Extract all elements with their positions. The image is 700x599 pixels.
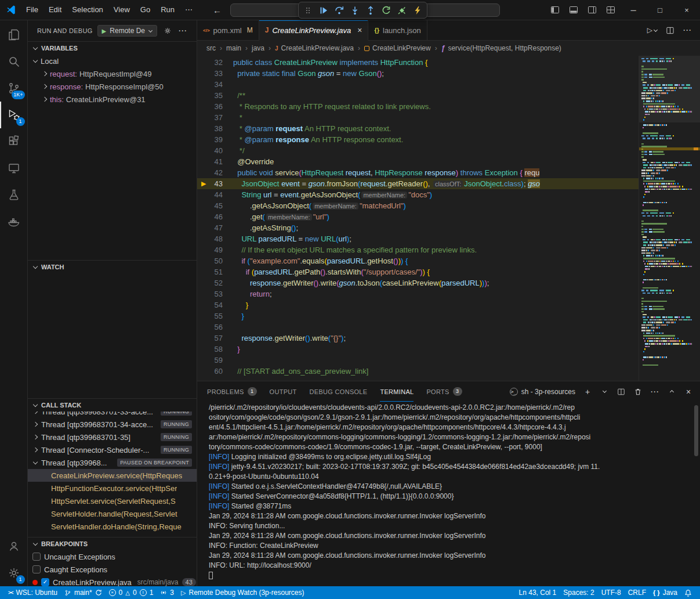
panel-tab-ports[interactable]: PORTS3 <box>426 381 462 402</box>
stack-frame-row[interactable]: ScopedHandler.handle(String,Requ <box>28 533 197 537</box>
stack-frame-row[interactable]: HttpServlet.service(ServletRequest,S <box>28 495 197 507</box>
terminal-instance[interactable]: >_ sh - 3p-resources <box>510 388 575 396</box>
debug-disconnect-button[interactable] <box>397 5 407 16</box>
stack-frame-row[interactable]: CreateLinkPreview.service(HttpReques <box>28 469 197 482</box>
launch-config-dropdown[interactable]: ▶ Remote De <box>97 25 157 37</box>
menu-item[interactable]: Run <box>155 2 180 17</box>
thread-row[interactable]: Thread [qtp39968...PAUSED ON BREAKPOINT <box>28 456 197 469</box>
maximize-panel-icon[interactable] <box>667 387 676 396</box>
code-line[interactable]: 42 public void service(HttpRequest reque… <box>197 167 639 178</box>
thread-row[interactable]: Thread [qtp399683701-34-acce...RUNNING <box>28 418 197 431</box>
menu-item[interactable]: Edit <box>43 2 67 17</box>
thread-row[interactable]: Thread [Connector-Scheduler-...RUNNING <box>28 443 197 456</box>
code-line[interactable]: 60 // [START add_ons_case_preview_link] <box>197 366 639 377</box>
extensions-icon[interactable] <box>0 128 28 155</box>
back-arrow-icon[interactable]: ← <box>213 5 222 15</box>
indentation-indicator[interactable]: Spaces: 2 <box>560 586 597 599</box>
new-terminal-icon[interactable]: + <box>583 387 592 396</box>
hot-code-replace-button[interactable] <box>412 5 423 16</box>
debug-step-into-button[interactable] <box>350 5 360 16</box>
code-line[interactable]: 38 * @param request An HTTP request cont… <box>197 123 639 134</box>
tab-launch-json[interactable]: {}launch.json <box>368 20 427 41</box>
breadcrumb-item[interactable]: src <box>206 44 216 52</box>
breadcrumb-item[interactable]: ƒservice(HttpRequest, HttpResponse) <box>441 44 561 52</box>
problems-indicator[interactable]: × 0 △ 0 i 1 <box>106 586 157 599</box>
breakpoint-row[interactable]: Uncaught Exceptions <box>28 550 197 563</box>
code-line[interactable]: 49 // If the event object URL matches a … <box>197 244 639 255</box>
code-line[interactable]: 46 .get(memberName:"url") <box>197 211 639 222</box>
code-line[interactable]: 39 * @param response An HTTP response co… <box>197 134 639 145</box>
toggle-secondary-sidebar-icon[interactable] <box>585 2 600 17</box>
testing-icon[interactable] <box>0 182 28 208</box>
terminal-viewport[interactable]: /pierrick/.m2/repository/io/cloudevents/… <box>197 402 700 586</box>
code-line[interactable]: 51 if (parsedURL.getPath().startsWith("/… <box>197 266 639 277</box>
run-java-button[interactable]: ▷ <box>647 26 658 34</box>
ports-indicator[interactable]: 3 <box>157 586 177 599</box>
code-line[interactable]: 57 response.getWriter().write("{}"); <box>197 333 639 344</box>
sidebar-more-actions-icon[interactable]: ⋯ <box>178 26 187 36</box>
toolbar-drag-grip[interactable] <box>303 5 313 16</box>
code-line[interactable]: 45 .getAsJsonObject(memberName:"matchedU… <box>197 200 639 211</box>
code-line[interactable]: 53 return; <box>197 288 639 300</box>
panel-tab-output[interactable]: OUTPUT <box>270 381 297 402</box>
cursor-position[interactable]: Ln 43, Col 1 <box>516 586 560 599</box>
menu-item[interactable]: ⋯ <box>180 2 198 17</box>
breakpoints-header[interactable]: BREAKPOINTS <box>28 537 197 550</box>
breakpoint-row[interactable]: Caught Exceptions <box>28 563 197 576</box>
close-panel-icon[interactable]: × <box>684 387 693 396</box>
panel-tab-terminal[interactable]: TERMINAL <box>380 381 414 402</box>
tab-pom-xml[interactable]: </>pom.xmlM <box>197 20 259 41</box>
thread-row[interactable]: Thread [qtp399683701-33-acce...RUNNING <box>28 412 197 418</box>
code-line[interactable]: 34 <box>197 79 639 90</box>
split-editor-icon[interactable] <box>666 26 674 35</box>
toggle-panel-icon[interactable] <box>566 2 581 17</box>
search-icon[interactable] <box>0 48 28 75</box>
remote-explorer-icon[interactable] <box>0 155 28 182</box>
terminal-scrollbar[interactable] <box>694 405 698 456</box>
eol-indicator[interactable]: CRLF <box>625 586 650 599</box>
tab-createlinkpreview-java[interactable]: JCreateLinkPreview.java× <box>259 20 369 41</box>
breadcrumb-item[interactable]: java <box>252 44 264 52</box>
code-line[interactable]: 41 @Override <box>197 156 639 167</box>
code-line[interactable]: ▶43 JsonObject event = gson.fromJson(req… <box>197 178 639 189</box>
code-line[interactable]: 54 } <box>197 300 639 311</box>
minimize-button[interactable]: ─ <box>620 0 647 20</box>
breakpoint-checkbox[interactable]: ✓ <box>41 578 49 586</box>
editor-more-actions-icon[interactable]: ⋯ <box>683 25 692 35</box>
toggle-sidebar-icon[interactable] <box>547 2 563 17</box>
panel-more-actions-icon[interactable]: ⋯ <box>650 387 659 397</box>
kill-terminal-icon[interactable] <box>633 387 643 396</box>
debug-settings-gear-icon[interactable] <box>162 25 173 37</box>
breakpoint-row[interactable]: ✓CreateLinkPreview.javasrc/main/java43 <box>28 576 197 586</box>
encoding-indicator[interactable]: UTF-8 <box>598 586 625 599</box>
variables-scope-local[interactable]: Local <box>28 55 197 67</box>
code-line[interactable]: 52 response.getWriter().write(gson.toJso… <box>197 277 639 288</box>
start-debug-icon[interactable]: ▶ <box>102 28 107 34</box>
debug-continue-button[interactable] <box>318 5 329 16</box>
menu-item[interactable]: View <box>108 2 135 17</box>
explorer-icon[interactable] <box>0 21 28 48</box>
variables-header[interactable]: VARIABLES <box>28 42 197 55</box>
variable-row-request[interactable]: request:HttpRequestImpl@49 <box>28 67 197 80</box>
notifications-bell[interactable] <box>681 586 695 599</box>
code-line[interactable]: 37 * <box>197 112 639 123</box>
stack-frame-row[interactable]: HttpFunctionExecutor.service(HttpSer <box>28 482 197 495</box>
debug-status[interactable]: ▷ Remote Debug Watch (3p-resources) <box>177 586 307 599</box>
panel-tab-problems[interactable]: PROBLEMS1 <box>207 381 257 402</box>
code-line[interactable]: 36 * Responds to any HTTP request relate… <box>197 101 639 112</box>
language-indicator[interactable]: { }Java <box>650 586 681 599</box>
code-line[interactable]: 40 */ <box>197 145 639 156</box>
debug-step-over-button[interactable] <box>334 5 344 16</box>
breadcrumb-item[interactable]: CreateLinkPreview <box>364 44 431 52</box>
close-window-button[interactable]: × <box>673 0 700 20</box>
terminal-dropdown-icon[interactable] <box>600 387 609 396</box>
menu-item[interactable]: Go <box>135 2 155 17</box>
menu-item[interactable]: Selection <box>67 2 108 17</box>
code-line[interactable]: 33 private static final Gson gson = new … <box>197 68 639 79</box>
run-and-debug-icon[interactable]: 1 <box>0 102 28 128</box>
thread-row[interactable]: Thread [qtp399683701-35]RUNNING <box>28 431 197 443</box>
minimap[interactable] <box>639 56 700 381</box>
breadcrumb-item[interactable]: main <box>226 44 241 52</box>
tab-close-icon[interactable]: × <box>357 26 362 35</box>
variable-row-response[interactable]: response:HttpResponseImpl@50 <box>28 80 197 93</box>
